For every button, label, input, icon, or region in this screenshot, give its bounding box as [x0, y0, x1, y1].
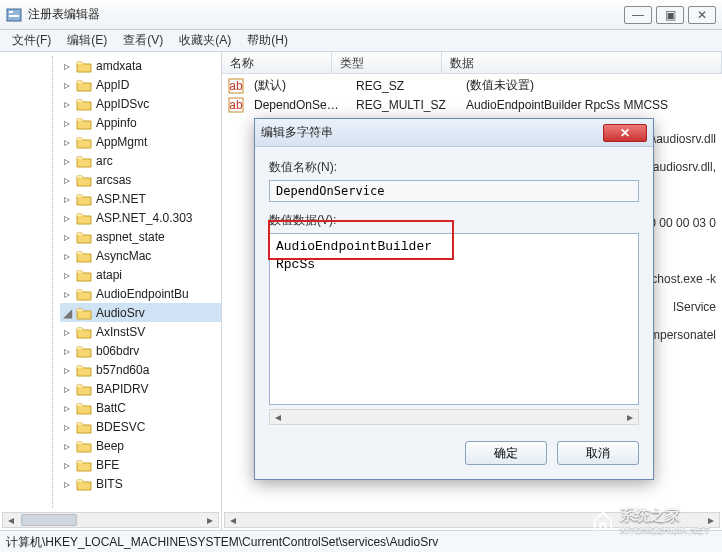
ok-button[interactable]: 确定 [465, 441, 547, 465]
tree-item[interactable]: ▹Beep [60, 436, 221, 455]
expander-icon[interactable]: ▹ [60, 401, 74, 415]
string-value-icon: ab [228, 97, 244, 113]
expander-icon[interactable]: ▹ [60, 78, 74, 92]
scroll-right-icon[interactable]: ▸ [622, 410, 638, 424]
svg-rect-1 [9, 11, 13, 13]
tree-item-label: aspnet_state [96, 230, 165, 244]
tree-item-label: AppIDSvc [96, 97, 149, 111]
menu-file[interactable]: 文件(F) [4, 30, 59, 51]
menu-help[interactable]: 帮助(H) [239, 30, 296, 51]
expander-icon[interactable]: ▹ [60, 382, 74, 396]
dialog-hscrollbar[interactable]: ◂ ▸ [269, 409, 639, 425]
expander-icon[interactable]: ▹ [60, 439, 74, 453]
expander-icon[interactable]: ◢ [60, 306, 74, 320]
scroll-thumb[interactable] [21, 514, 77, 526]
list-row[interactable]: abDependOnSer...REG_MULTI_SZAudioEndpoin… [222, 95, 722, 114]
tree-item[interactable]: ▹b06bdrv [60, 341, 221, 360]
tree-item[interactable]: ▹AppID [60, 75, 221, 94]
expander-icon[interactable]: ▹ [60, 154, 74, 168]
tree-item-label: amdxata [96, 59, 142, 73]
expander-icon[interactable]: ▹ [60, 211, 74, 225]
tree-item-label: AudioEndpointBu [96, 287, 189, 301]
expander-icon[interactable]: ▹ [60, 363, 74, 377]
tree-item[interactable]: ▹AudioEndpointBu [60, 284, 221, 303]
expander-icon[interactable]: ▹ [60, 192, 74, 206]
window-buttons: — ▣ ✕ [624, 6, 716, 24]
tree-item[interactable]: ▹ASP.NET_4.0.303 [60, 208, 221, 227]
tree-item-label: BAPIDRV [96, 382, 148, 396]
tree-item[interactable]: ▹BDESVC [60, 417, 221, 436]
menu-view[interactable]: 查看(V) [115, 30, 171, 51]
expander-icon[interactable]: ▹ [60, 344, 74, 358]
list-row[interactable]: ab(默认)REG_SZ(数值未设置) [222, 76, 722, 95]
col-data[interactable]: 数据 [442, 52, 722, 73]
tree-item[interactable]: ▹atapi [60, 265, 221, 284]
tree-item[interactable]: ▹arc [60, 151, 221, 170]
expander-icon[interactable]: ▹ [60, 97, 74, 111]
tree-item[interactable]: ▹Appinfo [60, 113, 221, 132]
menu-edit[interactable]: 编辑(E) [59, 30, 115, 51]
tree-item[interactable]: ▹AxInstSV [60, 322, 221, 341]
tree-item-label: AppMgmt [96, 135, 147, 149]
close-button[interactable]: ✕ [688, 6, 716, 24]
maximize-button[interactable]: ▣ [656, 6, 684, 24]
tree-item-label: b57nd60a [96, 363, 149, 377]
cell-name: DependOnSer... [246, 98, 348, 112]
dialog-titlebar[interactable]: 编辑多字符串 ✕ [255, 119, 653, 147]
tree-hscrollbar[interactable]: ◂ ▸ [2, 512, 219, 528]
tree-item[interactable]: ▹BattC [60, 398, 221, 417]
expander-icon[interactable]: ▹ [60, 135, 74, 149]
tree-item[interactable]: ▹AppMgmt [60, 132, 221, 151]
col-type[interactable]: 类型 [332, 52, 442, 73]
scroll-right-icon[interactable]: ▸ [703, 513, 719, 527]
tree-item-label: ASP.NET_4.0.303 [96, 211, 193, 225]
dialog-close-button[interactable]: ✕ [603, 124, 647, 142]
expander-icon[interactable]: ▹ [60, 173, 74, 187]
status-path: 计算机\HKEY_LOCAL_MACHINE\SYSTEM\CurrentCon… [6, 535, 438, 549]
expander-icon[interactable]: ▹ [60, 420, 74, 434]
tree-item-label: Appinfo [96, 116, 137, 130]
scroll-left-icon[interactable]: ◂ [225, 513, 241, 527]
menu-favorites[interactable]: 收藏夹(A) [171, 30, 239, 51]
tree-item[interactable]: ▹BFE [60, 455, 221, 474]
tree-item-label: AxInstSV [96, 325, 145, 339]
scroll-right-icon[interactable]: ▸ [202, 513, 218, 527]
tree-item[interactable]: ▹ASP.NET [60, 189, 221, 208]
expander-icon[interactable]: ▹ [60, 59, 74, 73]
scroll-left-icon[interactable]: ◂ [3, 513, 19, 527]
tree-item-label: Beep [96, 439, 124, 453]
tree-item[interactable]: ▹aspnet_state [60, 227, 221, 246]
registry-tree[interactable]: ▹amdxata▹AppID▹AppIDSvc▹Appinfo▹AppMgmt▹… [0, 52, 221, 530]
col-name[interactable]: 名称 [222, 52, 332, 73]
expander-icon[interactable]: ▹ [60, 458, 74, 472]
expander-icon[interactable]: ▹ [60, 268, 74, 282]
expander-icon[interactable]: ▹ [60, 325, 74, 339]
tree-item-label: ASP.NET [96, 192, 146, 206]
list-hscrollbar[interactable]: ◂ ▸ [224, 512, 720, 528]
value-data-label: 数值数据(V): [269, 212, 639, 229]
tree-item[interactable]: ▹amdxata [60, 56, 221, 75]
minimize-button[interactable]: — [624, 6, 652, 24]
tree-item[interactable]: ◢AudioSrv [60, 303, 221, 322]
expander-icon[interactable]: ▹ [60, 249, 74, 263]
expander-icon[interactable]: ▹ [60, 477, 74, 491]
expander-icon[interactable]: ▹ [60, 116, 74, 130]
expander-icon[interactable]: ▹ [60, 287, 74, 301]
value-name-input[interactable] [269, 180, 639, 202]
expander-icon[interactable]: ▹ [60, 230, 74, 244]
tree-item[interactable]: ▹AppIDSvc [60, 94, 221, 113]
tree-item[interactable]: ▹BITS [60, 474, 221, 493]
tree-item[interactable]: ▹arcsas [60, 170, 221, 189]
tree-item-label: AsyncMac [96, 249, 151, 263]
menubar: 文件(F) 编辑(E) 查看(V) 收藏夹(A) 帮助(H) [0, 30, 722, 52]
tree-item[interactable]: ▹b57nd60a [60, 360, 221, 379]
tree-item-label: AudioSrv [96, 306, 145, 320]
tree-item[interactable]: ▹BAPIDRV [60, 379, 221, 398]
cancel-button[interactable]: 取消 [557, 441, 639, 465]
tree-item[interactable]: ▹AsyncMac [60, 246, 221, 265]
tree-pane: ▹amdxata▹AppID▹AppIDSvc▹Appinfo▹AppMgmt▹… [0, 52, 222, 530]
tree-item-label: AppID [96, 78, 129, 92]
tree-item-label: BDESVC [96, 420, 145, 434]
scroll-left-icon[interactable]: ◂ [270, 410, 286, 424]
value-data-textarea[interactable]: AudioEndpointBuilder RpcSs [269, 233, 639, 405]
